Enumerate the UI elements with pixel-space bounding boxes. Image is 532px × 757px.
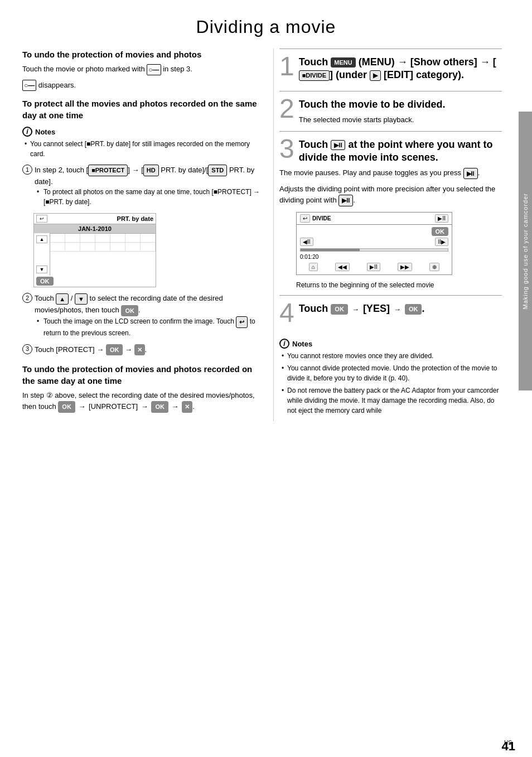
right-step-4-block: 4 Touch OK → [YES] → OK.	[279, 295, 502, 332]
divide-back-btn[interactable]: ↩	[300, 214, 310, 223]
divide-header-left: ↩ DIVIDE	[300, 214, 331, 223]
divide-ok-btn[interactable]: OK	[432, 227, 449, 236]
prt-date-label: PRT. by date	[117, 215, 153, 222]
step1-sub: To protect all photos on the same day at…	[35, 187, 262, 207]
arrow-2: →	[141, 401, 148, 412]
right-step-4-text: Touch OK → [YES] → OK.	[279, 302, 502, 315]
step-circle-3: 3	[22, 344, 32, 354]
ok-btn-3[interactable]: OK	[58, 401, 75, 413]
right-step-2-sub: The selected movie starts playback.	[279, 114, 502, 126]
zoom-btn[interactable]: ⊕	[429, 263, 439, 271]
cal-nav: ↩	[36, 215, 47, 223]
cal-down-btn[interactable]: ▼	[36, 266, 47, 273]
cal-cell	[141, 243, 156, 252]
cal-ok-btn[interactable]: OK	[36, 277, 54, 286]
right-step-2-inner: 2 Touch the movie to be divided. The sel…	[279, 98, 502, 126]
right-step-3-block: 3 Touch ▶II at the point where you want …	[279, 131, 502, 296]
std-prt-btn: STD	[208, 165, 227, 176]
ok-btn-final-2[interactable]: OK	[405, 304, 422, 314]
notes-header-1: i Notes	[22, 127, 262, 137]
right-column: 1 Touch MENU (MENU) → [Show others] → [■…	[273, 49, 513, 421]
divide-ui: ↩ DIVIDE ▶II OK ◀II II▶	[296, 212, 452, 275]
right-step-4-inner: 4 Touch OK → [YES] → OK.	[279, 302, 502, 326]
section1-heading: To undo the protection of movies and pho…	[22, 49, 262, 60]
right-step-2-content: Touch the movie to be divided. The selec…	[279, 98, 502, 126]
lock-icon-2: ○—	[22, 80, 36, 91]
right-step-1-text: Touch MENU (MENU) → [Show others] → [■DI…	[279, 56, 502, 82]
arrow-3: →	[172, 401, 179, 412]
step-num-4: 4	[279, 302, 294, 326]
play-pause-btn-2[interactable]: ▶II	[463, 168, 478, 180]
right-step-2-text: Touch the movie to be divided.	[279, 98, 502, 111]
divide-time: 0:01:20	[300, 254, 318, 260]
step-num-3: 3	[279, 138, 294, 162]
returns-text: Returns to the beginning of the selected…	[296, 281, 502, 290]
ok-btn-final[interactable]: OK	[331, 304, 348, 314]
section3-heading: To undo the protection of movies and pho…	[22, 363, 262, 387]
divide-row-1: ◀II II▶	[300, 238, 448, 246]
divide-header: ↩ DIVIDE ▶II	[297, 213, 452, 225]
down-btn: ▼	[75, 293, 88, 305]
page-number: 41	[502, 739, 515, 754]
protect-btn: ■PROTECT	[88, 165, 128, 176]
play-pause-btn-3[interactable]: ▶II	[338, 195, 353, 206]
section2-heading: To protect all the movies and photos rec…	[22, 98, 262, 121]
right-step-3-content: Touch ▶II at the point where you want to…	[279, 138, 502, 180]
step-num-1: 1	[279, 56, 294, 80]
cal-up-btn[interactable]: ▲	[36, 235, 47, 243]
right-step-1-block: 1 Touch MENU (MENU) → [Show others] → [■…	[279, 49, 502, 91]
rev-btn[interactable]: ◀II	[300, 238, 313, 246]
notes-icon-1: i	[22, 127, 32, 137]
x-btn-2[interactable]: ✕	[182, 401, 192, 413]
divide-label: DIVIDE	[312, 215, 331, 221]
notes-icon-2: i	[279, 339, 289, 349]
left-column: To undo the protection of movies and pho…	[0, 49, 273, 421]
step-num-2: 2	[279, 98, 294, 122]
ok-btn-4[interactable]: OK	[151, 401, 168, 413]
sidebar-label: Making good use of your camcorder	[519, 112, 532, 390]
cal-cell	[65, 243, 80, 252]
cal-cell	[110, 243, 125, 252]
note-item-4: Do not remove the battery pack or the AC…	[279, 385, 502, 416]
fwd-btn[interactable]: II▶	[435, 238, 448, 246]
right-step-3-sub1: The movie pauses. Play and pause toggles…	[279, 167, 502, 179]
right-step-3-text: Touch ▶II at the point where you want to…	[279, 138, 502, 165]
back-btn[interactable]: ↩	[36, 215, 47, 223]
step-circle-2: 2	[22, 293, 32, 303]
arrow-1: →	[78, 401, 85, 412]
left-step-3-content: Touch [PROTECT] → OK → ✕.	[35, 344, 262, 356]
divide-play-btn[interactable]: ▶II	[435, 214, 448, 223]
calendar-header: ↩ PRT. by date	[34, 214, 156, 224]
cal-cell	[65, 234, 80, 243]
arrow-step4-2: →	[394, 305, 401, 315]
notes-header-2: i Notes	[279, 339, 502, 349]
right-step-3-inner: 3 Touch ▶II at the point where you want …	[279, 138, 502, 180]
rev-slow-btn[interactable]: ◀◀	[335, 263, 350, 271]
edit-cat-btn: ▶	[370, 70, 381, 80]
left-step-2: 2 Touch ▲ / ▼ to select the recording da…	[22, 293, 262, 339]
return-btn[interactable]: ↩	[236, 316, 248, 328]
ok-btn[interactable]: OK	[121, 305, 138, 317]
notes-section-1: i Notes You cannot select [■PRT. by date…	[22, 127, 262, 159]
notes-label-2: Notes	[292, 340, 312, 348]
cal-cell	[95, 234, 110, 243]
cal-cell	[80, 243, 95, 252]
lock-icon: ○—	[147, 64, 161, 75]
arrow-step4-1: →	[352, 305, 359, 315]
cal-cell	[50, 234, 65, 243]
x-btn[interactable]: ✕	[134, 344, 145, 356]
menu-btn[interactable]: MENU	[331, 57, 355, 67]
ok-btn-2[interactable]: OK	[106, 344, 123, 356]
note-item-3: You cannot divide protected movie. Undo …	[279, 363, 502, 383]
hd-prt-btn: HD	[143, 165, 159, 176]
home-btn[interactable]: ⌂	[309, 263, 318, 271]
section1-body2: ○— disappears.	[22, 80, 262, 91]
divide-ok-row: OK	[300, 227, 448, 236]
cal-grid	[50, 233, 156, 252]
cal-cell	[125, 234, 141, 243]
cal-cell	[80, 234, 95, 243]
fwd-slow-btn[interactable]: ▶▶	[398, 263, 412, 271]
calendar-widget: ↩ PRT. by date JAN-1-2010 ▲ ▼	[33, 213, 156, 287]
play-btn[interactable]: ▶II	[367, 263, 380, 271]
play-pause-btn[interactable]: ▶II	[331, 140, 345, 150]
